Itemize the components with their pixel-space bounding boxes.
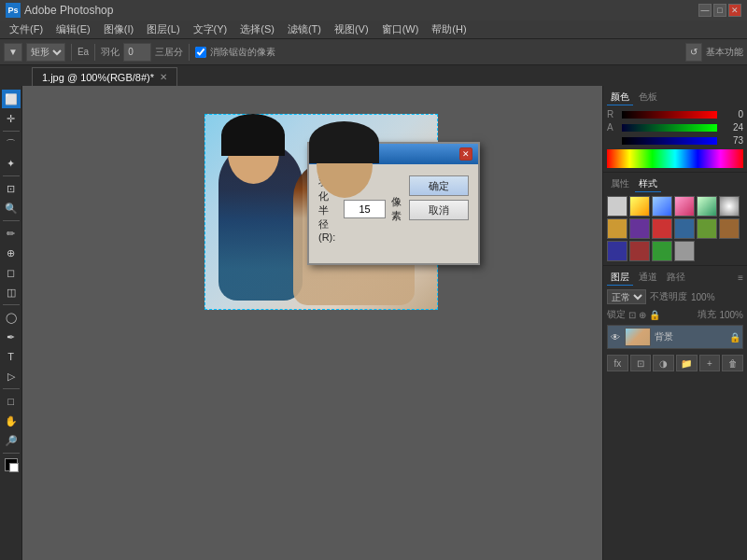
- r-slider[interactable]: [622, 111, 717, 119]
- menu-bar: 文件(F)编辑(E)图像(I)图层(L)文字(Y)选择(S)滤镜(T)视图(V)…: [0, 21, 747, 39]
- style-6[interactable]: [607, 218, 627, 239]
- menu-item-e[interactable]: 编辑(E): [50, 21, 96, 38]
- layer-filter-icon[interactable]: ≡: [738, 273, 743, 283]
- crop-tool[interactable]: ⊡: [2, 179, 21, 198]
- type-tool[interactable]: T: [2, 347, 21, 366]
- layers-tabs: 图层 通道 路径: [607, 270, 689, 286]
- background-color[interactable]: [9, 463, 19, 472]
- lock-row: 锁定 ⊡ ⊕ 🔒 填充 100%: [607, 308, 743, 321]
- tab-image[interactable]: 1.jpg @ 100%(RGB/8#)* ✕: [32, 67, 177, 86]
- dodge-tool[interactable]: ◯: [2, 308, 21, 327]
- menu-item-h[interactable]: 帮助(H): [426, 21, 472, 38]
- options-bar: ▼ 矩形 Ea 羽化 三居分 消除锯齿的像素 ↺ 基本功能: [0, 39, 747, 65]
- new-group-button[interactable]: 📁: [676, 355, 698, 371]
- lock-pos-icon[interactable]: ⊕: [639, 310, 646, 320]
- style-none[interactable]: [607, 196, 627, 217]
- hand-tool[interactable]: ✋: [2, 412, 21, 430]
- stamp-tool[interactable]: ⊕: [2, 244, 21, 262]
- maximize-button[interactable]: □: [713, 4, 726, 17]
- move-tool[interactable]: ✛: [2, 109, 21, 128]
- gradient-tool[interactable]: ◫: [2, 283, 21, 301]
- zoom-tool[interactable]: 🔎: [2, 431, 21, 450]
- path-tool[interactable]: ▷: [2, 367, 21, 385]
- cancel-button[interactable]: 取消: [409, 200, 469, 220]
- brush-tool[interactable]: ✏: [2, 224, 21, 243]
- menu-item-s[interactable]: 选择(S): [234, 21, 280, 38]
- menu-item-f[interactable]: 文件(F): [4, 21, 49, 38]
- menu-item-t[interactable]: 滤镜(T): [282, 21, 327, 38]
- reset-button[interactable]: ↺: [685, 43, 702, 62]
- color-b-row: 73: [607, 135, 743, 146]
- feather-input[interactable]: [123, 43, 151, 62]
- antialias-checkbox[interactable]: [195, 47, 206, 58]
- tool-preset-button[interactable]: ▼: [4, 43, 22, 62]
- tab-swatches[interactable]: 色板: [635, 90, 661, 105]
- style-15[interactable]: [674, 241, 695, 261]
- style-1[interactable]: [629, 196, 650, 217]
- r-label: R: [607, 109, 618, 119]
- style-5[interactable]: [719, 196, 740, 217]
- foreground-color[interactable]: [5, 458, 18, 471]
- color-panel-header: 颜色 色板: [607, 90, 743, 105]
- style-9[interactable]: [674, 218, 695, 239]
- titlebar-left: Ps Adobe Photoshop: [6, 3, 113, 18]
- minimize-button[interactable]: —: [698, 4, 712, 17]
- tool-divider-5: [3, 388, 20, 389]
- tab-paths[interactable]: 路径: [663, 270, 689, 286]
- tab-color[interactable]: 颜色: [607, 90, 633, 105]
- style-2[interactable]: [652, 196, 672, 217]
- pen-tool[interactable]: ✒: [2, 328, 21, 346]
- g-slider[interactable]: [622, 124, 717, 132]
- b-slider[interactable]: [622, 137, 717, 145]
- color-g-row: A 24: [607, 122, 743, 133]
- person2-hair: [309, 121, 379, 163]
- eyedropper-tool[interactable]: 🔍: [2, 199, 21, 217]
- essentials-label: 基本功能: [706, 46, 743, 59]
- layer-visibility-toggle[interactable]: 👁: [610, 331, 621, 343]
- feather-radius-input[interactable]: [344, 200, 386, 218]
- close-button[interactable]: ✕: [728, 4, 741, 17]
- options-divider3: [189, 44, 190, 61]
- new-adjustment-button[interactable]: ◑: [653, 355, 674, 371]
- style-13[interactable]: [629, 241, 650, 261]
- tab-channels[interactable]: 通道: [635, 270, 661, 286]
- lock-all-icon[interactable]: 🔒: [649, 310, 660, 320]
- style-12[interactable]: [607, 241, 627, 261]
- layers-header: 图层 通道 路径 ≡: [607, 270, 743, 286]
- mode-select[interactable]: 矩形: [26, 43, 65, 62]
- style-4[interactable]: [697, 196, 717, 217]
- tab-layers[interactable]: 图层: [607, 270, 633, 286]
- dialog-close-button[interactable]: ✕: [459, 147, 472, 161]
- tab-properties[interactable]: 属性: [607, 176, 633, 192]
- style-14[interactable]: [652, 241, 672, 261]
- color-spectrum[interactable]: [607, 149, 743, 168]
- menu-item-i[interactable]: 图像(I): [98, 21, 139, 38]
- ps-logo: Ps: [6, 3, 21, 18]
- style-7[interactable]: [629, 218, 650, 239]
- magic-wand-tool[interactable]: ✦: [2, 154, 21, 173]
- style-8[interactable]: [652, 218, 672, 239]
- marquee-tool[interactable]: ⬜: [2, 90, 21, 108]
- lasso-tool[interactable]: ⌒: [2, 134, 21, 153]
- opacity-value: 100%: [691, 292, 715, 302]
- style-11[interactable]: [719, 218, 740, 239]
- new-layer-button[interactable]: +: [699, 355, 721, 371]
- shape-tool[interactable]: □: [2, 392, 21, 411]
- dialog-buttons: 确定 取消: [409, 175, 469, 220]
- style-3[interactable]: [674, 196, 695, 217]
- blend-mode-select[interactable]: 正常: [607, 289, 646, 304]
- tab-close-icon[interactable]: ✕: [160, 72, 167, 82]
- lock-pixel-icon[interactable]: ⊡: [628, 310, 636, 320]
- menu-item-y[interactable]: 文字(Y): [188, 21, 233, 38]
- add-mask-button[interactable]: ⊡: [630, 355, 652, 371]
- delete-layer-button[interactable]: 🗑: [722, 355, 743, 371]
- menu-item-l[interactable]: 图层(L): [141, 21, 185, 38]
- layer-item-background[interactable]: 👁 背景 🔒: [607, 325, 743, 349]
- style-10[interactable]: [697, 218, 717, 239]
- menu-item-w[interactable]: 窗口(W): [376, 21, 425, 38]
- add-style-button[interactable]: fx: [607, 355, 628, 371]
- ok-button[interactable]: 确定: [409, 175, 469, 196]
- eraser-tool[interactable]: ◻: [2, 263, 21, 282]
- menu-item-v[interactable]: 视图(V): [329, 21, 374, 38]
- tab-styles[interactable]: 样式: [635, 176, 661, 192]
